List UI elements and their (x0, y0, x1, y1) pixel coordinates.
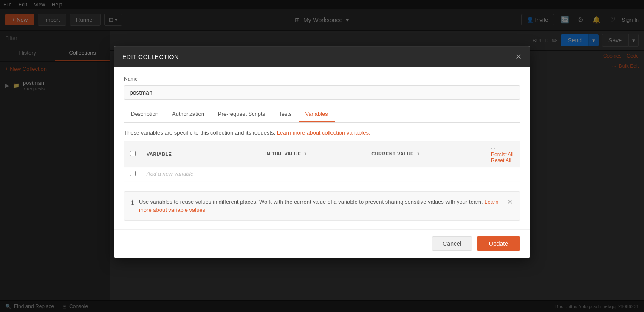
info-close-button[interactable]: ✕ (507, 198, 513, 206)
modal-body: Name Description Authorization Pre-reque… (114, 67, 530, 229)
modal-footer: Cancel Update (114, 229, 530, 258)
select-all-checkbox[interactable] (130, 151, 136, 156)
modal-header: EDIT COLLECTION ✕ (114, 46, 530, 67)
col-initial-value: INITIAL VALUE ℹ (260, 141, 366, 167)
info-icon: ℹ (131, 198, 134, 206)
vars-info-text: These variables are specific to this col… (124, 129, 275, 136)
add-actions-cell (486, 167, 520, 181)
reset-all-button[interactable]: Reset All (491, 157, 511, 163)
info-box-text: Use variables to reuse values in differe… (139, 198, 502, 214)
table-header-row: VARIABLE INITIAL VALUE ℹ CURRENT VALUE ℹ… (124, 141, 520, 167)
tab-variables[interactable]: Variables (299, 107, 335, 122)
cancel-button[interactable]: Cancel (432, 236, 472, 251)
initial-value-info-icon: ℹ (304, 151, 306, 156)
col-actions: ··· Persist All Reset All (486, 141, 520, 167)
current-value-info-icon: ℹ (417, 151, 419, 156)
add-variable-cell[interactable]: Add a new variable (141, 167, 260, 181)
initial-value-label: INITIAL VALUE (265, 151, 301, 156)
add-variable-placeholder: Add a new variable (147, 171, 194, 177)
col-variable: VARIABLE (141, 141, 260, 167)
info-main-text: Use variables to reuse values in differe… (139, 199, 483, 205)
persist-all-button[interactable]: Persist All (491, 152, 514, 157)
current-value-label: CURRENT VALUE (371, 151, 414, 156)
variables-info: These variables are specific to this col… (124, 123, 520, 141)
tab-authorization[interactable]: Authorization (165, 107, 211, 122)
add-current-value-cell[interactable] (366, 167, 486, 181)
tab-description[interactable]: Description (124, 107, 165, 122)
tab-tests[interactable]: Tests (272, 107, 298, 122)
name-label: Name (124, 76, 520, 82)
modal-tabs: Description Authorization Pre-request Sc… (124, 107, 520, 123)
collection-name-input[interactable] (124, 85, 520, 100)
vars-info-link[interactable]: Learn more about collection variables. (277, 129, 370, 136)
add-initial-value-cell[interactable] (260, 167, 366, 181)
modal-title: EDIT COLLECTION (122, 53, 179, 60)
tab-pre-request-scripts[interactable]: Pre-request Scripts (211, 107, 272, 122)
table-more-button[interactable]: ··· (491, 145, 499, 152)
col-checkbox (124, 141, 141, 167)
add-row-checkbox[interactable] (130, 171, 136, 176)
variables-table: VARIABLE INITIAL VALUE ℹ CURRENT VALUE ℹ… (124, 141, 520, 181)
update-button[interactable]: Update (477, 236, 520, 251)
modal-close-button[interactable]: ✕ (515, 52, 522, 62)
col-current-value: CURRENT VALUE ℹ (366, 141, 486, 167)
info-box: ℹ Use variables to reuse values in diffe… (124, 191, 520, 221)
edit-collection-modal: EDIT COLLECTION ✕ Name Description Autho… (114, 46, 530, 258)
add-row-checkbox-cell (124, 167, 141, 181)
table-add-row: Add a new variable (124, 167, 520, 181)
